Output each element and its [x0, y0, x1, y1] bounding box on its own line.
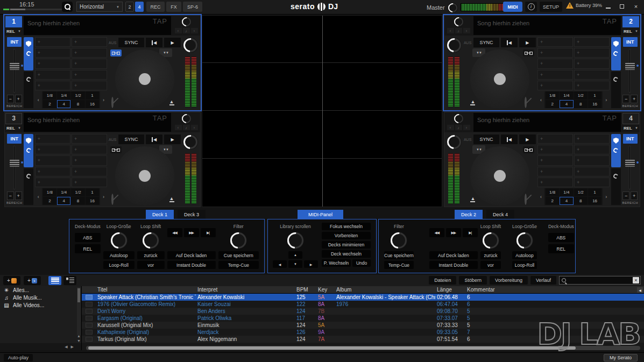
switch-panel-button[interactable]: P. Wechseln	[322, 259, 351, 267]
info-button[interactable]	[525, 2, 537, 12]
deck-mode-dropdown[interactable]: REL ▼	[5, 125, 23, 131]
cue-slot[interactable]: +	[35, 81, 70, 90]
play-button[interactable]: ▶	[164, 134, 181, 144]
table-row[interactable]: Don't WorryBen Anders1247B09:08.705	[82, 308, 644, 315]
deck-mode-dropdown[interactable]: REL ▼	[5, 28, 23, 34]
pitch-fader[interactable]	[622, 146, 638, 189]
loop-size-8[interactable]: 8	[574, 197, 588, 205]
deck-mode-dropdown[interactable]: REL ▼	[622, 28, 640, 34]
prepare-button[interactable]: Vorbereitung	[490, 276, 528, 285]
tab-deck-2[interactable]: Deck 2	[455, 210, 483, 219]
nav-right-button[interactable]: ▶	[304, 260, 318, 268]
files-button[interactable]: Dateien	[429, 276, 456, 285]
filter-knob[interactable]	[230, 232, 247, 249]
sidebar-scrollbar[interactable]	[77, 287, 81, 336]
column-collapse-button[interactable]: ◀	[637, 287, 643, 293]
load-to-deck-button[interactable]: Auf Deck laden	[167, 251, 216, 259]
loop-next-button[interactable]: ›	[100, 188, 107, 205]
fx-button[interactable]: FX	[166, 2, 181, 12]
loop-size-1-4[interactable]: 1/4	[57, 188, 70, 196]
track-drop-area[interactable]: Song hierhin ziehen TAP	[24, 113, 171, 132]
instant-double-button[interactable]: Instant Double	[167, 261, 216, 269]
save-cue-button[interactable]: Cue speichern	[384, 251, 414, 259]
slip-button[interactable]	[525, 195, 533, 203]
rewind-button[interactable]: ◀◀	[429, 228, 444, 237]
history-button[interactable]: Verlauf	[530, 276, 556, 285]
cue-slot[interactable]: +	[72, 178, 107, 187]
loop-next-button[interactable]: ›	[100, 91, 107, 108]
cue-slot[interactable]: +	[537, 37, 573, 47]
note-icon[interactable]: ♪	[455, 125, 462, 130]
int-mode-button[interactable]: INT	[623, 134, 638, 144]
next-icon[interactable]: ›	[191, 28, 198, 33]
loop-size-1-2[interactable]: 1/2	[574, 91, 588, 100]
prev-icon[interactable]: ‹	[447, 28, 454, 33]
sync-button[interactable]: SYNC	[118, 134, 144, 144]
undo-button[interactable]: Undo	[352, 259, 371, 267]
loop-next-button[interactable]: ›	[603, 188, 610, 205]
skip-to-start-button[interactable]: ◀	[146, 134, 162, 144]
range-minus-button[interactable]: −	[622, 95, 629, 103]
loop-size-1-2[interactable]: 1/2	[71, 91, 84, 100]
skip-to-start-button[interactable]: ◀	[501, 38, 518, 47]
pitch-fader[interactable]	[6, 146, 22, 189]
loop-size-1[interactable]: 1	[588, 91, 601, 100]
library-scroll-knob[interactable]	[287, 232, 304, 249]
loop-size-1-8[interactable]: 1/8	[43, 188, 56, 196]
browse-button[interactable]: Stöbern	[459, 276, 487, 285]
cue-slot[interactable]: +	[72, 81, 107, 90]
cue-slot[interactable]: +	[574, 59, 610, 68]
loop-bank-strip[interactable]	[611, 168, 620, 205]
cue-slot[interactable]: +	[35, 134, 70, 144]
filter-knob[interactable]	[390, 232, 407, 249]
cue-bank-strip[interactable]	[611, 134, 620, 167]
tempo-knob[interactable]	[181, 113, 192, 124]
cue-slot[interactable]: +	[35, 37, 70, 47]
pitch-fader-handle[interactable]	[10, 63, 19, 70]
cue-slot[interactable]: +	[574, 48, 610, 58]
autoloop-button[interactable]: Autoloop	[512, 251, 537, 259]
range-minus-button[interactable]: −	[622, 191, 629, 200]
cue-slot[interactable]: +	[537, 134, 573, 144]
loop-fwd-button[interactable]: vor	[137, 261, 165, 269]
range-plus-button[interactable]: +	[15, 191, 22, 200]
rel-button[interactable]: REL	[548, 244, 574, 253]
cue-slot[interactable]: +	[574, 37, 610, 47]
sidebar-item[interactable]: ▤Alle Videos...	[0, 301, 81, 309]
cue-slot[interactable]: +	[35, 155, 70, 165]
loop-size-1-8[interactable]: 1/8	[546, 91, 559, 100]
sync-button[interactable]: SYNC	[473, 134, 499, 144]
instant-double-button[interactable]: Instant Double	[429, 261, 478, 269]
slip-button[interactable]	[111, 195, 120, 203]
note-icon[interactable]: ♪	[455, 28, 462, 33]
tap-button[interactable]: TAP	[153, 114, 167, 122]
prev-icon[interactable]: ‹	[447, 125, 454, 130]
loop-fwd-button[interactable]: vor	[480, 261, 501, 269]
note-icon[interactable]: ♪	[183, 28, 190, 33]
cue-slot[interactable]: +	[35, 178, 70, 187]
loop-size-1-2[interactable]: 1/2	[574, 188, 588, 196]
column-header-laenge[interactable]: Länge	[435, 286, 465, 293]
loop-prev-button[interactable]: ‹	[537, 91, 544, 108]
jog-wheel[interactable]	[115, 146, 174, 205]
pitch-fader[interactable]	[6, 49, 22, 93]
column-header-kommentar[interactable]: Kommentar	[465, 286, 644, 293]
skip-to-start-button[interactable]: ◀	[146, 38, 162, 47]
loop-size-1[interactable]: 1	[86, 188, 99, 196]
scroll-up-icon[interactable]: ▲	[77, 334, 81, 338]
cue-slot[interactable]: +	[574, 70, 610, 80]
pitch-fader-handle[interactable]	[625, 160, 635, 167]
eject-button[interactable]: ▲	[167, 195, 176, 203]
cue-slot[interactable]: +	[35, 48, 70, 58]
abs-button[interactable]: ABS	[548, 233, 574, 242]
loop-size-4[interactable]: 4	[57, 197, 70, 205]
sync-button[interactable]: SYNC	[118, 38, 144, 47]
cue-slot[interactable]: +	[537, 145, 573, 154]
loop-back-button[interactable]: zurück	[480, 251, 501, 259]
cue-slot[interactable]: +	[537, 155, 573, 165]
loop-back-button[interactable]: zurück	[137, 251, 165, 259]
sync-button[interactable]: SYNC	[473, 38, 499, 47]
two-deck-view-button[interactable]: 2	[125, 2, 134, 12]
cue-slot[interactable]: +	[574, 134, 610, 144]
loop-link-button[interactable]	[523, 146, 534, 153]
